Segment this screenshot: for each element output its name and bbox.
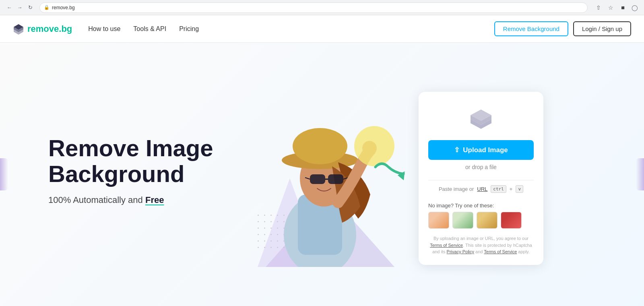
- address-bar[interactable]: 🔒 remove.bg: [39, 2, 588, 13]
- sample-thumb-1[interactable]: [428, 212, 449, 229]
- hero-image-area: // generate dots inline for(let i=0; i<4…: [258, 90, 402, 267]
- nav-tools-api[interactable]: Tools & API: [133, 25, 166, 33]
- terms-link-2[interactable]: Terms of Service: [484, 249, 517, 254]
- upload-icon: ⇧: [454, 146, 460, 154]
- nav-links: How to use Tools & API Pricing: [88, 25, 494, 33]
- terms-text: By uploading an image or URL, you agree …: [428, 235, 534, 255]
- sample-thumb-3[interactable]: [477, 212, 497, 229]
- right-decoration: [636, 158, 644, 190]
- logo-icon: [13, 23, 24, 35]
- nav-actions: Remove Background Login / Sign up: [494, 21, 631, 36]
- star-icon[interactable]: ☆: [606, 3, 615, 12]
- login-signup-button[interactable]: Login / Sign up: [573, 21, 631, 36]
- logo[interactable]: remove.bg: [13, 23, 72, 35]
- refresh-button[interactable]: ↻: [26, 3, 35, 12]
- back-button[interactable]: ←: [5, 3, 14, 12]
- profile-icon[interactable]: ◯: [630, 3, 639, 12]
- navbar: remove.bg How to use Tools & API Pricing…: [0, 15, 644, 43]
- extensions-icon[interactable]: ◾: [618, 3, 627, 12]
- browser-nav-buttons: ← → ↻: [5, 3, 35, 12]
- browser-actions: ⇧ ☆ ◾ ◯: [594, 3, 639, 12]
- svg-rect-10: [328, 174, 343, 184]
- svg-point-8: [293, 128, 347, 164]
- privacy-policy-link[interactable]: Privacy Policy: [447, 249, 474, 254]
- drop-text: or drop a file: [465, 164, 497, 170]
- browser-chrome: ← → ↻ 🔒 remove.bg ⇧ ☆ ◾ ◯: [0, 0, 644, 15]
- lock-icon: 🔒: [44, 5, 50, 10]
- hero-section: Remove Image Background 100% Automatical…: [0, 43, 644, 306]
- ctrl-key: ctrl: [491, 185, 506, 193]
- woman-illustration: [258, 98, 386, 267]
- terms-link-1[interactable]: Terms of Service: [430, 243, 463, 248]
- nav-how-to-use[interactable]: How to use: [88, 25, 120, 33]
- url-link[interactable]: URL: [477, 186, 487, 192]
- nav-pricing[interactable]: Pricing: [179, 25, 199, 33]
- hero-title: Remove Image Background: [48, 135, 258, 187]
- sample-thumbnails: [428, 212, 534, 229]
- upload-card: ⇧ Upload Image or drop a file Paste imag…: [419, 92, 543, 265]
- url-text: remove.bg: [52, 5, 75, 10]
- left-decoration: [0, 158, 8, 190]
- share-icon[interactable]: ⇧: [594, 3, 603, 12]
- divider: [428, 180, 534, 180]
- no-image-label: No image? Try one of these:: [428, 203, 534, 209]
- layers-icon: [468, 108, 494, 132]
- paste-area: Paste image or URL ctrl + v: [439, 185, 523, 193]
- logo-text: remove.bg: [27, 24, 72, 34]
- hero-subtitle: 100% Automatically and Free: [48, 195, 258, 205]
- sample-thumb-2[interactable]: [452, 212, 473, 229]
- remove-background-button[interactable]: Remove Background: [494, 21, 568, 36]
- upload-image-button[interactable]: ⇧ Upload Image: [428, 140, 534, 160]
- sample-thumb-4[interactable]: [501, 212, 522, 229]
- svg-rect-9: [310, 174, 325, 184]
- forward-button[interactable]: →: [15, 3, 24, 12]
- v-key: v: [516, 185, 523, 193]
- sample-images-row: No image? Try one of these:: [428, 203, 534, 229]
- hero-text: Remove Image Background 100% Automatical…: [48, 135, 258, 221]
